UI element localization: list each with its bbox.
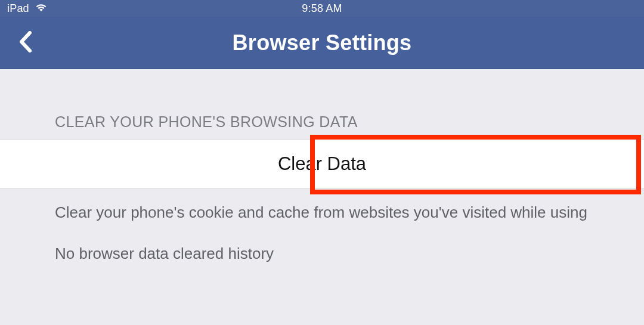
history-note: No browser data cleared history (55, 242, 589, 265)
section-footer: Clear your phone's cookie and cache from… (0, 189, 644, 265)
clear-data-label: Clear Data (278, 153, 366, 175)
clock: 9:58 AM (0, 2, 644, 15)
content-area: CLEAR YOUR PHONE'S BROWSING DATA Clear D… (0, 69, 644, 283)
nav-bar: Browser Settings (0, 17, 644, 69)
status-bar: iPad 9:58 AM (0, 0, 644, 17)
page-title: Browser Settings (0, 30, 644, 55)
section-description: Clear your phone's cookie and cache from… (55, 201, 589, 224)
wifi-icon (35, 2, 47, 15)
device-label: iPad (7, 2, 29, 15)
clear-data-row[interactable]: Clear Data (0, 139, 644, 189)
section-header: CLEAR YOUR PHONE'S BROWSING DATA (0, 69, 644, 139)
